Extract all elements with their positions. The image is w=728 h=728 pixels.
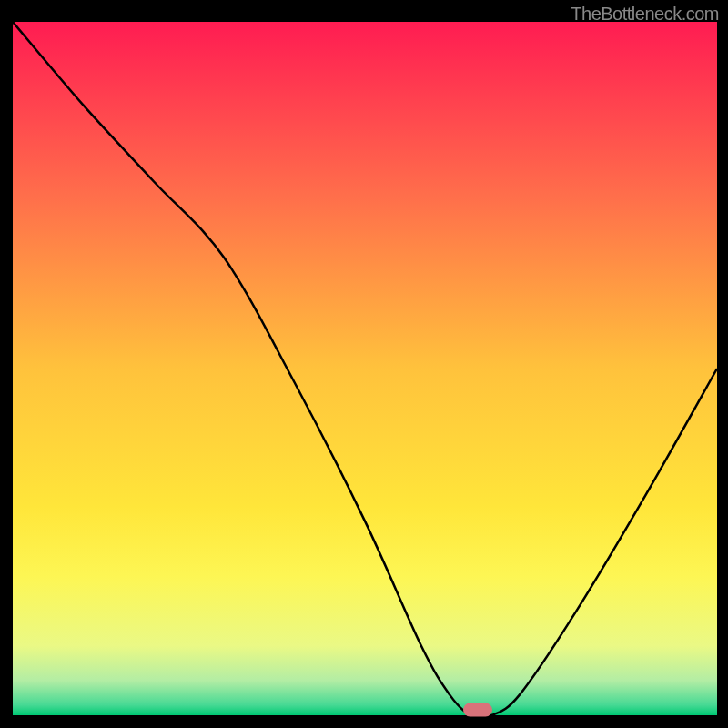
optimum-marker <box>463 703 492 717</box>
chart-curve <box>13 22 717 715</box>
watermark-text: TheBottleneck.com <box>571 4 719 25</box>
chart-plot-area <box>13 22 717 715</box>
